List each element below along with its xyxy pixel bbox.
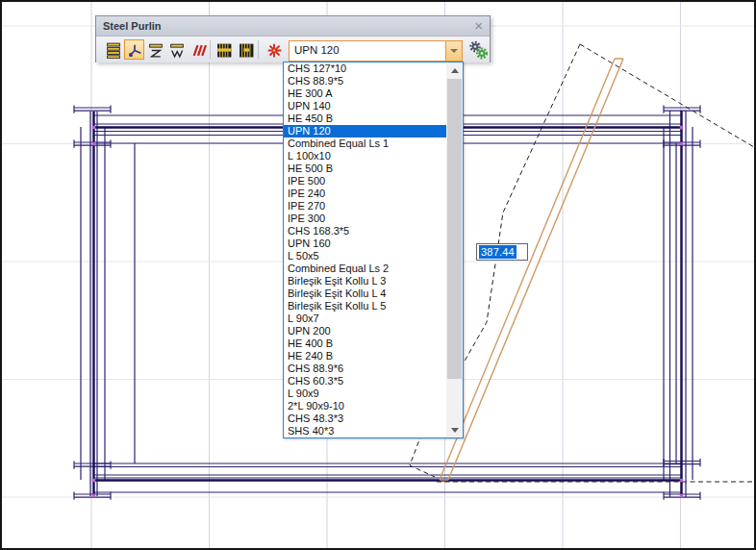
toolbar-separator	[258, 40, 259, 59]
dropdown-item[interactable]: Birleşik Eşit Kollu L 5	[284, 300, 446, 312]
dropdown-item[interactable]: UPN 160	[284, 238, 446, 250]
dropdown-item[interactable]: CHS 48.3*3	[284, 412, 446, 425]
dropdown-item[interactable]: L 100x10	[284, 150, 446, 162]
dropdown-item[interactable]: UPN 200	[284, 325, 446, 338]
diagonal-brace[interactable]	[440, 59, 623, 480]
dropdown-item[interactable]: CHS 168.3*5	[284, 225, 446, 238]
combobox-dropdown-button[interactable]	[445, 41, 462, 61]
dropdown-item[interactable]: HE 450 B	[284, 112, 446, 125]
purlin-slope-pick-button[interactable]	[124, 39, 144, 60]
red-hatch-stripes-icon	[189, 41, 207, 59]
purlin-grid-center-button[interactable]	[236, 39, 256, 60]
dropdown-item[interactable]: Birleşik Eşit Kollu L 4	[284, 288, 446, 300]
profile-combobox[interactable]: UPN 120	[289, 40, 463, 62]
delete-purlins-button[interactable]	[264, 39, 284, 60]
w-profile-purlin-button[interactable]	[166, 39, 187, 60]
dropdown-item[interactable]: SHS 40*3	[284, 425, 446, 438]
dropdown-item[interactable]: HE 240 B	[284, 350, 446, 362]
dimension-input[interactable]: 387.44	[476, 243, 528, 261]
red-hatch-stripes-button[interactable]	[188, 39, 208, 60]
dropdown-item[interactable]: CHS 127*10	[284, 62, 446, 75]
profile-dropdown-items: CHS 127*10CHS 88.9*5HE 300 AUPN 140HE 45…	[284, 62, 446, 438]
scroll-down-button[interactable]	[446, 422, 463, 438]
toolbar-separator	[210, 40, 211, 59]
dropdown-item[interactable]: CHS 88.9*6	[284, 362, 446, 375]
dropdown-item[interactable]: L 50x5	[284, 250, 446, 262]
purlin-slope-pick-icon	[126, 41, 143, 59]
scrollbar-thumb[interactable]	[447, 79, 462, 379]
delete-purlins-icon	[265, 41, 283, 59]
dropdown-item[interactable]: UPN 120	[284, 125, 446, 138]
scroll-up-icon	[451, 68, 459, 73]
dropdown-item[interactable]: Combined Equal Ls 1	[284, 138, 446, 150]
dropdown-item[interactable]: Birleşik Eşit Kollu L 3	[284, 275, 446, 288]
dropdown-item[interactable]: HE 300 A	[284, 88, 446, 100]
dropdown-item[interactable]: L 90x7	[284, 312, 446, 325]
dropdown-item[interactable]: Combined Equal Ls 2	[284, 262, 446, 275]
z-profile-purlin-button[interactable]	[145, 39, 165, 60]
purlin-grid-center-icon	[238, 41, 255, 59]
dropdown-item[interactable]: CHS 88.9*5	[284, 75, 446, 88]
w-profile-purlin-icon	[168, 41, 186, 59]
scroll-down-icon	[451, 428, 459, 433]
dropdown-item[interactable]: L 90x9	[284, 388, 446, 400]
dropdown-item[interactable]: 2*L 90x9-10	[284, 400, 446, 412]
dropdown-item[interactable]: IPE 240	[284, 188, 446, 200]
z-profile-purlin-icon	[147, 41, 164, 59]
dimension-value: 387.44	[479, 245, 517, 259]
gears-settings-button[interactable]	[467, 39, 490, 61]
purlin-grid-dense-button[interactable]	[214, 39, 234, 60]
profile-combobox-value: UPN 120	[294, 44, 340, 56]
profile-dropdown-list: CHS 127*10CHS 88.9*5HE 300 AUPN 140HE 45…	[283, 62, 464, 438]
gears-icon	[467, 39, 490, 61]
window-title: Steel Purlin	[96, 20, 162, 32]
dropdown-item[interactable]: HE 400 B	[284, 338, 446, 350]
dropdown-item[interactable]: IPE 270	[284, 200, 446, 212]
close-icon[interactable]: ×	[474, 16, 483, 35]
titlebar[interactable]: Steel Purlin ×	[96, 16, 490, 37]
purlin-rows-button[interactable]	[103, 39, 123, 60]
application-window: Steel Purlin ×	[0, 0, 756, 550]
purlin-grid-dense-icon	[215, 41, 233, 59]
dropdown-item[interactable]: IPE 300	[284, 212, 446, 225]
scroll-up-button[interactable]	[446, 62, 463, 78]
dropdown-item[interactable]: UPN 140	[284, 100, 446, 112]
steel-purlin-toolbar-window: Steel Purlin ×	[95, 15, 491, 62]
toolbar-icon-row: UPN 120	[96, 37, 490, 62]
chevron-down-icon	[450, 49, 458, 53]
purlin-rows-icon	[105, 41, 122, 59]
dropdown-item[interactable]: IPE 500	[284, 175, 446, 188]
dropdown-item[interactable]: CHS 60.3*5	[284, 375, 446, 388]
dropdown-scrollbar[interactable]	[446, 62, 463, 438]
dropdown-item[interactable]: HE 500 B	[284, 162, 446, 175]
